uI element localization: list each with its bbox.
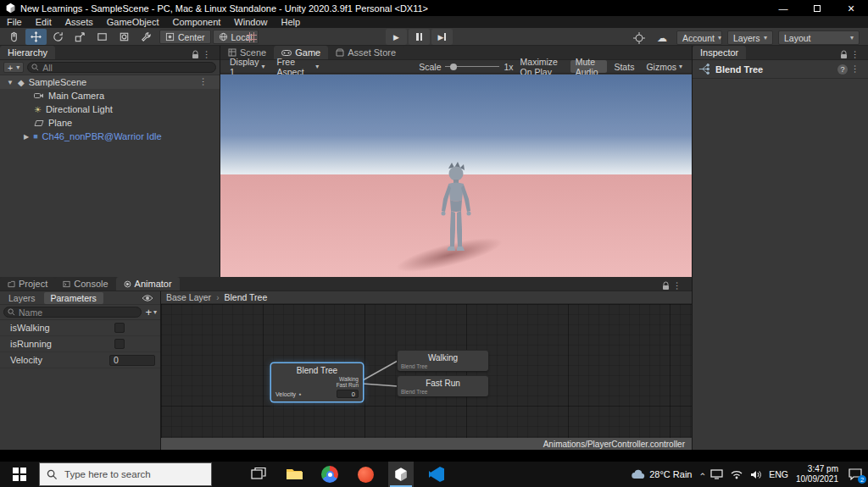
tab-animator[interactable]: Animator [116, 277, 180, 291]
panel-menu-icon[interactable]: … [855, 50, 860, 60]
language-indicator[interactable]: ENG [769, 469, 788, 479]
wifi-icon[interactable] [731, 470, 743, 479]
task-view-button[interactable] [246, 462, 271, 487]
eye-icon[interactable] [142, 294, 153, 302]
node-title: Walking [398, 351, 488, 362]
close-button[interactable]: × [834, 0, 868, 16]
unity-taskbar-button[interactable] [388, 462, 414, 487]
account-dropdown[interactable]: Account▾ [676, 30, 722, 45]
hierarchy-item-directional-light[interactable]: ☀ Directional Light [0, 102, 220, 116]
step-button[interactable]: ▶ [431, 29, 453, 45]
aspect-label: Free Aspect [276, 57, 313, 77]
hierarchy-search-input[interactable]: All [27, 62, 216, 73]
parameters-search-input[interactable]: Name [3, 307, 142, 318]
parameters-subtab[interactable]: Parameters [44, 292, 103, 304]
tab-asset-store[interactable]: Asset Store [328, 46, 403, 59]
minimize-button[interactable]: — [766, 0, 800, 16]
create-object-button[interactable]: +▾ [3, 62, 24, 73]
taskbar-clock[interactable]: 3:47 pm 10/09/2021 [796, 464, 838, 484]
tray-expand-icon[interactable]: › [696, 473, 706, 476]
app-button-red[interactable] [353, 462, 378, 487]
menu-file[interactable]: File [0, 16, 29, 28]
game-view[interactable] [220, 75, 692, 277]
maximize-on-play-button[interactable]: Maximize On Play [515, 60, 569, 73]
fast-run-state-node[interactable]: Fast Run Blend Tree [398, 376, 488, 396]
menu-component[interactable]: Component [165, 16, 227, 28]
layers-subtab[interactable]: Layers [2, 292, 42, 304]
cloud-services-button[interactable]: ☁ [653, 30, 671, 46]
gizmos-dropdown[interactable]: Gizmos▾ [641, 60, 687, 73]
hand-tool-button[interactable] [3, 29, 25, 45]
aspect-dropdown[interactable]: Free Aspect▾ [271, 60, 324, 73]
expander-icon[interactable]: ▼ [7, 79, 14, 86]
hierarchy-scene-row[interactable]: ▼ ◆ SampleScene … [0, 75, 220, 89]
parameter-bool-checkbox[interactable] [114, 339, 125, 349]
file-explorer-button[interactable] [281, 462, 307, 487]
taskbar-search-input[interactable]: Type here to search [39, 462, 212, 486]
parameter-float-field[interactable]: 0 [109, 355, 155, 366]
parameter-bool-checkbox[interactable] [114, 323, 125, 333]
lock-icon[interactable] [840, 50, 848, 59]
help-icon[interactable]: ? [837, 64, 848, 75]
menu-help[interactable]: Help [274, 16, 307, 28]
weather-widget[interactable]: 28°C Rain [632, 469, 692, 479]
breadcrumb-base-layer[interactable]: Base Layer [166, 292, 211, 302]
grid-snap-button[interactable] [241, 29, 262, 45]
panel-menu-icon[interactable]: … [207, 50, 212, 60]
play-button[interactable]: ▶ [386, 29, 407, 45]
expander-icon[interactable]: ▶ [24, 133, 29, 141]
menu-gameobject[interactable]: GameObject [100, 16, 166, 28]
tab-project[interactable]: Project [0, 277, 55, 291]
stats-button[interactable]: Stats [609, 60, 639, 73]
start-button[interactable] [0, 462, 39, 487]
mute-audio-button[interactable]: Mute Audio [570, 60, 608, 73]
scale-tool-button[interactable] [70, 29, 91, 45]
action-center-button[interactable]: 2 [846, 464, 865, 484]
layers-dropdown[interactable]: Layers▾ [727, 30, 773, 45]
rotate-tool-button[interactable] [47, 29, 69, 45]
blend-tree-node[interactable]: Blend Tree Walking Fast Run Velocity ● 0 [271, 363, 363, 401]
scale-slider[interactable] [445, 63, 499, 71]
asset-menu-icon[interactable]: … [855, 64, 860, 75]
render-target-button[interactable] [631, 30, 648, 46]
menu-edit[interactable]: Edit [29, 16, 58, 28]
lock-icon[interactable] [662, 281, 670, 291]
hierarchy-item-prefab[interactable]: ▶ ■ Ch46_nonPBR@Warrior Idle [0, 130, 220, 143]
walking-state-node[interactable]: Walking Blend Tree [398, 351, 488, 371]
breadcrumb-blend-tree[interactable]: Blend Tree [224, 292, 267, 302]
hierarchy-item-plane[interactable]: Plane [0, 116, 220, 130]
menu-bar: File Edit Assets GameObject Component Wi… [0, 16, 868, 28]
parameter-row-isrunning[interactable]: isRunning [0, 336, 160, 352]
menu-assets[interactable]: Assets [58, 16, 100, 28]
display-dropdown[interactable]: Display 1▾ [225, 60, 270, 73]
tab-console[interactable]: Console [55, 277, 115, 291]
animator-graph-canvas[interactable]: Blend Tree Walking Fast Run Velocity ● 0… [161, 304, 692, 438]
pause-button[interactable] [409, 29, 430, 45]
tab-inspector[interactable]: Inspector [693, 46, 746, 59]
display-tray-icon[interactable] [710, 469, 723, 479]
account-label: Account [682, 33, 715, 43]
vscode-button[interactable] [424, 462, 449, 487]
lock-icon[interactable] [192, 50, 199, 59]
pivot-mode-button[interactable]: Center [159, 30, 211, 44]
hierarchy-item-main-camera[interactable]: Main Camera [0, 89, 220, 102]
parameter-row-velocity[interactable]: Velocity 0 [0, 352, 160, 368]
chrome-button[interactable] [317, 462, 342, 487]
rect-tool-button[interactable] [92, 29, 113, 45]
custom-tool-button[interactable] [136, 29, 157, 45]
transform-tool-button[interactable] [114, 29, 135, 45]
menu-window[interactable]: Window [227, 16, 274, 28]
layout-dropdown[interactable]: Layout▾ [778, 30, 860, 45]
blend-tree-asset-icon [698, 63, 710, 75]
panel-menu-icon[interactable]: … [677, 281, 682, 291]
tab-hierarchy[interactable]: Hierarchy [0, 46, 55, 59]
parameter-row-iswalking[interactable]: isWalking [0, 320, 160, 336]
slider-handle[interactable] [450, 64, 457, 70]
taskbar-search-placeholder: Type here to search [64, 469, 151, 479]
scene-menu-icon[interactable]: … [203, 77, 209, 87]
add-parameter-button[interactable]: + ▾ [145, 306, 157, 318]
maximize-button[interactable] [800, 0, 834, 16]
node-param-value[interactable]: 0 [337, 390, 359, 398]
move-tool-button[interactable] [25, 29, 47, 45]
volume-icon[interactable] [750, 470, 761, 479]
